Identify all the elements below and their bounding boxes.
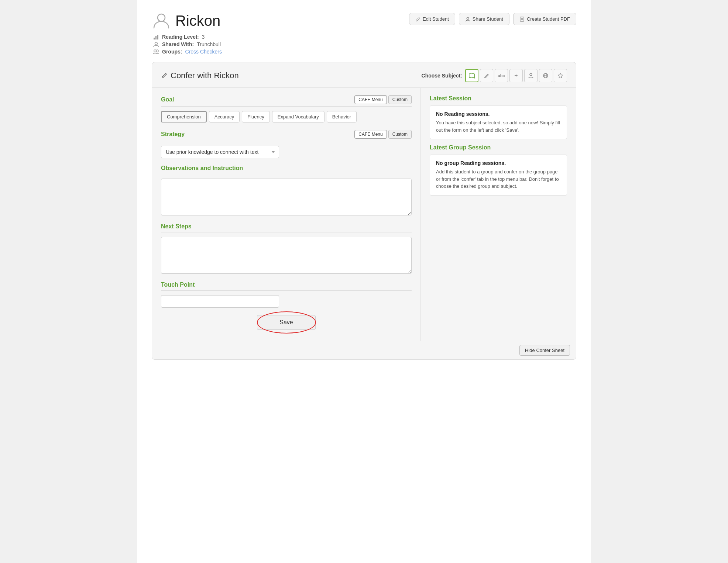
subject-icons: abc ÷ bbox=[465, 69, 567, 82]
goal-cafe-menu-button[interactable]: CAFE Menu bbox=[354, 95, 387, 104]
share-student-icon bbox=[465, 17, 470, 22]
goal-header: Goal CAFE Menu Custom bbox=[161, 95, 412, 107]
edit-student-button[interactable]: Edit Student bbox=[409, 13, 455, 25]
svg-point-11 bbox=[530, 73, 532, 76]
observations-textarea[interactable] bbox=[161, 179, 412, 215]
pdf-icon bbox=[519, 17, 525, 22]
svg-rect-3 bbox=[157, 35, 158, 39]
create-pdf-button[interactable]: Create Student PDF bbox=[513, 13, 576, 25]
reading-level-row: Reading Level: 3 bbox=[153, 34, 222, 40]
goal-comprehension-button[interactable]: Comprehension bbox=[161, 111, 207, 122]
choose-subject: Choose Subject: abc bbox=[422, 69, 567, 82]
shared-with-row: Shared With: Trunchbull bbox=[153, 41, 222, 47]
subject-abc-button[interactable]: abc bbox=[495, 69, 508, 82]
strategy-custom-button[interactable]: Custom bbox=[388, 130, 412, 139]
bar-chart-icon bbox=[153, 34, 159, 40]
student-name-row: Rickon bbox=[152, 11, 222, 30]
goal-fluency-button[interactable]: Fluency bbox=[242, 111, 270, 122]
touch-point-section: Touch Point bbox=[161, 282, 412, 308]
subject-edit-button[interactable] bbox=[480, 69, 493, 82]
hide-confer-area: Hide Confer Sheet bbox=[152, 341, 576, 359]
confer-title: Confer with Rickon bbox=[161, 71, 239, 80]
goal-behavior-button[interactable]: Behavior bbox=[327, 111, 357, 122]
star-icon bbox=[557, 73, 563, 79]
svg-point-0 bbox=[158, 14, 165, 21]
next-steps-title: Next Steps bbox=[161, 223, 192, 230]
shared-with-value: Trunchbull bbox=[197, 41, 221, 47]
latest-group-title: Latest Group Session bbox=[430, 144, 567, 151]
subject-star-button[interactable] bbox=[554, 69, 567, 82]
confer-panel-header: Confer with Rickon Choose Subject: bbox=[152, 62, 576, 88]
hide-confer-button[interactable]: Hide Confer Sheet bbox=[519, 345, 570, 356]
book-icon bbox=[468, 72, 475, 79]
header-buttons: Edit Student Share Student Create Studen… bbox=[409, 11, 576, 25]
pencil-title-icon bbox=[161, 72, 168, 79]
confer-panel: Confer with Rickon Choose Subject: bbox=[152, 62, 576, 360]
svg-rect-2 bbox=[155, 36, 157, 39]
save-area: Save bbox=[161, 315, 412, 334]
latest-group-box-title: No group Reading sessions. bbox=[436, 160, 561, 166]
touch-point-title: Touch Point bbox=[161, 282, 195, 288]
confer-right-panel: Latest Session No Reading sessions. You … bbox=[421, 88, 576, 341]
goal-custom-button[interactable]: Custom bbox=[388, 95, 412, 104]
shared-with-label: Shared With: bbox=[162, 41, 194, 47]
latest-session-box: No Reading sessions. You have this subje… bbox=[430, 106, 567, 139]
reading-level-value: 3 bbox=[202, 34, 205, 40]
avatar-icon bbox=[152, 11, 171, 30]
goal-buttons-group: CAFE Menu Custom bbox=[354, 95, 412, 104]
latest-session-box-title: No Reading sessions. bbox=[436, 111, 561, 117]
next-steps-header: Next Steps bbox=[161, 223, 412, 232]
subject-science-button[interactable] bbox=[524, 69, 538, 82]
person-icon bbox=[528, 73, 534, 79]
next-steps-section: Next Steps bbox=[161, 223, 412, 275]
svg-point-4 bbox=[155, 42, 158, 45]
touch-point-header: Touch Point bbox=[161, 282, 412, 291]
observations-section: Observations and Instruction bbox=[161, 165, 412, 217]
pencil-icon bbox=[484, 73, 490, 79]
groups-row: Groups: Cross Checkers bbox=[153, 49, 222, 55]
subject-book-button[interactable] bbox=[465, 69, 478, 82]
globe-icon bbox=[543, 73, 549, 79]
goal-expand-vocab-button[interactable]: Expand Vocabulary bbox=[272, 111, 324, 122]
goal-title: Goal bbox=[161, 96, 174, 103]
svg-point-6 bbox=[156, 50, 158, 52]
observations-title: Observations and Instruction bbox=[161, 165, 243, 172]
strategy-section: Strategy CAFE Menu Custom Use prior know… bbox=[161, 130, 412, 158]
strategy-header: Strategy CAFE Menu Custom bbox=[161, 130, 412, 141]
edit-icon bbox=[415, 17, 420, 22]
svg-point-7 bbox=[467, 17, 469, 20]
strategy-title: Strategy bbox=[161, 131, 185, 138]
observations-header: Observations and Instruction bbox=[161, 165, 412, 174]
goal-type-buttons: Comprehension Accuracy Fluency Expand Vo… bbox=[161, 111, 412, 122]
goal-accuracy-button[interactable]: Accuracy bbox=[209, 111, 240, 122]
groups-link[interactable]: Cross Checkers bbox=[185, 49, 222, 55]
touch-point-input[interactable] bbox=[161, 295, 279, 308]
strategy-buttons-group: CAFE Menu Custom bbox=[354, 130, 412, 139]
group-icon bbox=[153, 49, 159, 55]
page-header: Rickon Reading Level: 3 bbox=[152, 11, 576, 55]
latest-group-box-text: Add this student to a group and confer o… bbox=[436, 168, 561, 190]
confer-body: Goal CAFE Menu Custom Comprehension Accu… bbox=[152, 88, 576, 341]
next-steps-textarea[interactable] bbox=[161, 237, 412, 274]
strategy-cafe-menu-button[interactable]: CAFE Menu bbox=[354, 130, 387, 139]
choose-subject-label: Choose Subject: bbox=[422, 73, 462, 79]
latest-group-box: No group Reading sessions. Add this stud… bbox=[430, 155, 567, 196]
student-info: Rickon Reading Level: 3 bbox=[152, 11, 222, 55]
latest-session-box-text: You have this subject selected, so add o… bbox=[436, 119, 561, 134]
save-button[interactable]: Save bbox=[257, 315, 315, 330]
svg-rect-1 bbox=[154, 38, 155, 39]
latest-session-title: Latest Session bbox=[430, 95, 567, 102]
student-meta: Reading Level: 3 Shared With: Trunchbull bbox=[153, 34, 222, 55]
strategy-select[interactable]: Use prior knowledge to connect with text… bbox=[161, 146, 279, 158]
svg-rect-8 bbox=[520, 17, 524, 21]
svg-point-5 bbox=[154, 50, 156, 52]
save-btn-wrapper: Save bbox=[257, 315, 315, 330]
subject-globe-button[interactable] bbox=[539, 69, 552, 82]
share-icon bbox=[153, 41, 159, 47]
subject-math-button[interactable]: ÷ bbox=[509, 69, 523, 82]
share-student-button[interactable]: Share Student bbox=[459, 13, 509, 25]
goal-section: Goal CAFE Menu Custom Comprehension Accu… bbox=[161, 95, 412, 122]
reading-level-label: Reading Level: bbox=[162, 34, 199, 40]
student-name: Rickon bbox=[175, 13, 220, 29]
groups-label: Groups: bbox=[162, 49, 182, 55]
